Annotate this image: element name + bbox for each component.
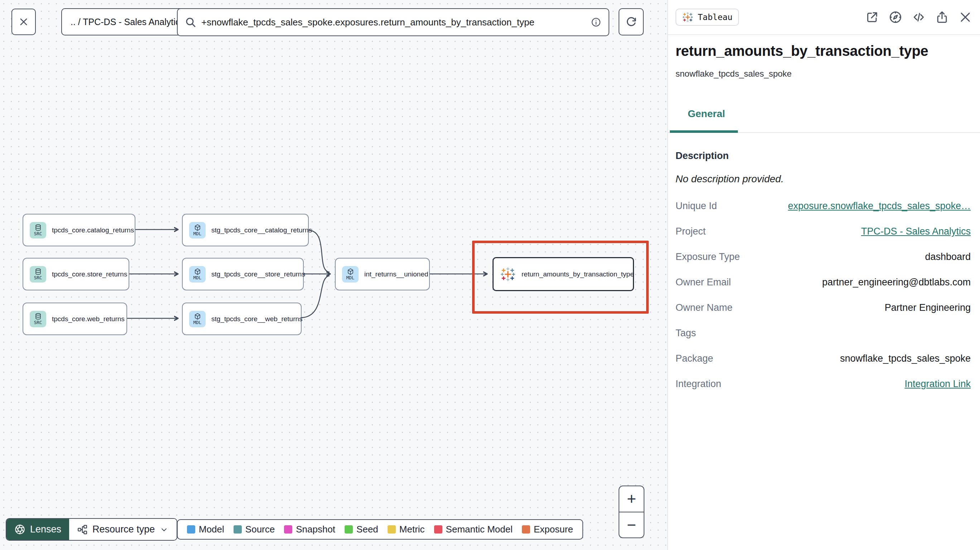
database-icon [34,313,42,320]
field-label: Package [676,353,713,364]
unique-id-link[interactable]: exposure.snowflake_tpcds_sales_spoke… [788,200,971,211]
resource-type-button[interactable]: Resource type [69,519,177,540]
model-type-badge: MDL [189,222,205,238]
resource-type-legend: Model Source Snapshot Seed Metric Semant… [177,519,583,540]
node-label: tpcds_core.store_returns [52,270,127,278]
field-label: Project [676,226,706,237]
resource-type-label: Resource type [92,524,155,535]
node-label: return_amounts_by_transaction_type [522,270,634,278]
node-model-stg-catalog-returns[interactable]: MDL stg_tpcds_core__catalog_returns [182,214,309,246]
field-row-owner-name: Owner Name Partner Engineering [676,295,971,321]
open-external-icon[interactable] [865,10,879,24]
legend-swatch-seed [345,525,353,534]
field-label: Unique Id [676,200,717,211]
node-label: tpcds_core.catalog_returns [52,226,134,234]
field-row-tags: Tags [676,321,971,346]
legend-swatch-model [187,525,195,534]
node-source-store-returns[interactable]: SRC tpcds_core.store_returns [22,258,129,290]
badge-label: MDL [193,276,202,280]
model-cube-icon [194,313,201,320]
field-row-integration: Integration Integration Link [676,371,971,397]
node-exposure-return-amounts[interactable]: return_amounts_by_transaction_type [493,257,634,291]
panel-actions [865,10,972,24]
field-row-unique-id: Unique Id exposure.snowflake_tpcds_sales… [676,193,971,219]
legend-swatch-source [234,525,242,534]
field-label: Integration [676,378,721,389]
close-lineage-button[interactable] [11,9,36,35]
model-type-badge: MDL [189,311,205,327]
node-label: stg_tpcds_core__store_returns [211,270,305,278]
share-icon[interactable] [935,10,949,24]
integration-badge: Tableau [676,9,739,26]
explore-compass-icon[interactable] [889,10,902,24]
breadcrumb[interactable]: .. / TPC-DS - Sales Analytics [61,8,194,35]
legend-label: Metric [399,524,425,535]
legend-item-metric: Metric [388,524,425,535]
legend-item-source: Source [234,524,275,535]
close-icon [18,16,29,27]
badge-label: MDL [193,321,202,325]
badge-label: MDL [193,232,202,236]
source-type-badge: SRC [30,311,46,327]
badge-label: SRC [34,276,42,280]
tableau-icon [500,266,516,282]
legend-swatch-metric [388,525,396,534]
node-label: stg_tpcds_core__catalog_returns [211,226,312,234]
code-icon[interactable] [912,10,926,24]
tab-general[interactable]: General [688,108,725,119]
model-type-badge: MDL [342,266,358,283]
legend-swatch-exposure [522,525,530,534]
node-model-stg-web-returns[interactable]: MDL stg_tpcds_core__web_returns [182,302,302,335]
legend-label: Semantic Model [446,524,512,535]
info-icon[interactable] [591,17,601,27]
zoom-in-button[interactable]: + [619,486,644,512]
source-type-badge: SRC [30,266,46,283]
chevron-down-icon [159,525,169,534]
search-icon [185,16,196,28]
node-source-catalog-returns[interactable]: SRC tpcds_core.catalog_returns [22,214,135,246]
aperture-icon [14,524,25,535]
legend-label: Model [199,524,224,535]
tab-active-indicator [670,130,738,133]
refresh-button[interactable] [619,8,644,35]
database-icon [34,224,42,231]
tableau-icon [682,11,694,23]
description-value: No description provided. [676,173,784,185]
zoom-control: + − [619,486,644,538]
integration-badge-label: Tableau [698,13,732,22]
resource-type-icon [77,524,88,535]
field-label: Tags [676,327,696,339]
field-row-owner-email: Owner Email partner_engineering@dbtlabs.… [676,270,971,295]
lineage-search-bar [177,8,609,36]
lineage-canvas[interactable]: SRC tpcds_core.catalog_returns MDL stg_t… [0,0,667,550]
model-cube-icon [347,268,354,275]
node-model-stg-store-returns[interactable]: MDL stg_tpcds_core__store_returns [182,258,304,290]
legend-item-exposure: Exposure [522,524,573,535]
badge-label: SRC [34,321,42,325]
package-subtitle: snowflake_tpcds_sales_spoke [676,69,792,79]
legend-item-snapshot: Snapshot [284,524,335,535]
field-label: Owner Email [676,277,731,288]
search-input[interactable] [201,17,585,28]
field-row-project: Project TPC-DS - Sales Analytics [676,219,971,244]
close-panel-icon[interactable] [959,10,972,24]
metadata-rows: Unique Id exposure.snowflake_tpcds_sales… [676,193,971,397]
database-icon [34,268,42,275]
model-cube-icon [194,268,201,275]
node-model-int-returns-unioned[interactable]: MDL int_returns__unioned [335,258,430,290]
field-label: Owner Name [676,302,732,313]
integration-link[interactable]: Integration Link [904,378,971,389]
field-value: Partner Engineering [885,302,971,313]
zoom-out-button[interactable]: − [619,512,644,538]
node-source-web-returns[interactable]: SRC tpcds_core.web_returns [22,302,127,335]
refresh-icon [625,16,637,27]
legend-label: Exposure [534,524,573,535]
legend-item-semantic-model: Semantic Model [434,524,512,535]
project-link[interactable]: TPC-DS - Sales Analytics [861,226,971,237]
model-cube-icon [194,224,201,231]
field-value: dashboard [925,251,971,262]
lenses-button[interactable]: Lenses [6,519,69,540]
field-row-exposure-type: Exposure Type dashboard [676,244,971,270]
legend-label: Source [245,524,275,535]
node-label: int_returns__unioned [364,270,428,278]
